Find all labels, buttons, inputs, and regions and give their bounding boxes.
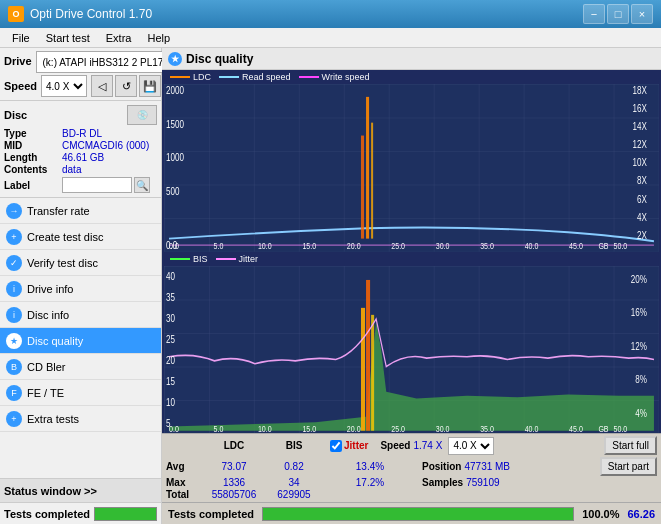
svg-text:30: 30 (166, 311, 175, 324)
maximize-button[interactable]: □ (607, 4, 629, 24)
speed-refresh-button[interactable]: ↺ (115, 75, 137, 97)
jitter-checkbox[interactable] (330, 440, 342, 452)
create-test-disc-icon: + (6, 229, 22, 245)
extra-tests-icon: + (6, 411, 22, 427)
sidebar-item-cd-bler[interactable]: B CD Bler (0, 354, 161, 380)
svg-text:8%: 8% (635, 372, 647, 385)
verify-test-disc-label: Verify test disc (27, 257, 98, 269)
svg-text:8X: 8X (637, 176, 647, 187)
svg-text:25.0: 25.0 (391, 241, 405, 251)
write-speed-legend: Write speed (299, 72, 370, 82)
svg-text:20.0: 20.0 (347, 241, 361, 251)
menu-file[interactable]: File (4, 31, 38, 45)
progress-bar-outer (94, 507, 157, 521)
ldc-legend-line (170, 76, 190, 78)
speed-select[interactable]: 4.0 X (41, 75, 87, 97)
svg-text:35: 35 (166, 290, 175, 303)
disc-quality-title: Disc quality (186, 52, 253, 66)
stats-area: LDC BIS Jitter Speed 1.74 X 4.0 X Start (162, 433, 661, 502)
ldc-total: 55805706 (206, 489, 262, 500)
nav-items: → Transfer rate + Create test disc ✓ Ver… (0, 198, 161, 478)
svg-rect-39 (361, 307, 365, 430)
disc-quality-header-icon: ★ (168, 52, 182, 66)
svg-text:2000: 2000 (166, 85, 184, 96)
svg-text:20%: 20% (631, 272, 647, 285)
disc-section: Disc 💿 Type BD-R DL MID CMCMAGDI6 (000) … (0, 101, 161, 198)
label-input[interactable] (62, 177, 132, 193)
disc-quality-header: ★ Disc quality (162, 48, 661, 70)
svg-text:50.0: 50.0 (614, 241, 628, 251)
sidebar-item-extra-tests[interactable]: + Extra tests (0, 406, 161, 432)
svg-text:15.0: 15.0 (302, 241, 316, 251)
total-label: Total (166, 489, 202, 500)
chart1-legend: LDC Read speed Write speed (162, 70, 661, 84)
fe-te-icon: F (6, 385, 22, 401)
bis-header: BIS (266, 440, 322, 451)
speed-select-stats[interactable]: 4.0 X (448, 437, 494, 455)
title-bar-text: Opti Drive Control 1.70 (30, 7, 583, 21)
jitter-legend: Jitter (216, 254, 259, 264)
svg-text:10.0: 10.0 (258, 241, 272, 251)
app-icon: O (8, 6, 24, 22)
svg-text:GB: GB (598, 241, 608, 251)
svg-text:1500: 1500 (166, 119, 184, 130)
bottom-status-bar: Tests completed 100.0% 66.26 (162, 502, 661, 524)
ldc-max: 1336 (206, 477, 262, 488)
svg-text:2X: 2X (637, 230, 647, 241)
sidebar-item-disc-info[interactable]: i Disc info (0, 302, 161, 328)
speed-header: Speed (380, 440, 410, 451)
sidebar-item-disc-quality[interactable]: ★ Disc quality (0, 328, 161, 354)
sidebar-item-transfer-rate[interactable]: → Transfer rate (0, 198, 161, 224)
menu-start-test[interactable]: Start test (38, 31, 98, 45)
max-label: Max (166, 477, 202, 488)
svg-text:500: 500 (166, 186, 179, 197)
chart1-svg: 18X 16X 14X 12X 10X 8X 6X 4X 2X 2000 150… (164, 84, 659, 252)
position-label: Position (422, 461, 461, 472)
chart2-svg: 20% 16% 12% 8% 4% 40 35 30 25 20 15 10 5… (164, 266, 659, 434)
read-speed-legend: Read speed (219, 72, 291, 82)
jitter-max: 17.2% (330, 477, 410, 488)
speed-value: 1.74 X (413, 440, 442, 451)
samples-label: Samples (422, 477, 463, 488)
main-layout: Drive (k:) ATAPI iHBS312 2 PL17 ⏏ Speed … (0, 48, 661, 524)
svg-text:4X: 4X (637, 212, 647, 223)
svg-text:5.0: 5.0 (214, 422, 224, 433)
drive-info-icon: i (6, 281, 22, 297)
bis-total: 629905 (266, 489, 322, 500)
progress-area: Tests completed (0, 502, 161, 524)
label-label: Label (4, 180, 62, 191)
label-browse-button[interactable]: 🔍 (134, 177, 150, 193)
disc-quality-icon: ★ (6, 333, 22, 349)
bottom-progress-outer (262, 507, 574, 521)
sidebar-item-create-test-disc[interactable]: + Create test disc (0, 224, 161, 250)
svg-text:0.0: 0.0 (169, 422, 179, 433)
ldc-avg: 73.07 (206, 461, 262, 472)
type-label: Type (4, 128, 62, 139)
sidebar-item-fe-te[interactable]: F FE / TE (0, 380, 161, 406)
progress-bar-inner (95, 508, 156, 520)
drive-label: Drive (4, 55, 32, 67)
svg-rect-41 (371, 314, 374, 430)
bottom-status-text: Tests completed (168, 508, 254, 520)
sidebar-item-verify-test-disc[interactable]: ✓ Verify test disc (0, 250, 161, 276)
svg-text:45.0: 45.0 (569, 422, 583, 433)
svg-text:40.0: 40.0 (525, 422, 539, 433)
sidebar-item-drive-info[interactable]: i Drive info (0, 276, 161, 302)
svg-text:14X: 14X (633, 121, 647, 132)
contents-label: Contents (4, 164, 62, 175)
disc-title: Disc (4, 109, 27, 121)
speed-save-button[interactable]: 💾 (139, 75, 161, 97)
minimize-button[interactable]: − (583, 4, 605, 24)
start-part-button[interactable]: Start part (600, 457, 657, 476)
status-window-button[interactable]: Status window >> (0, 478, 161, 502)
start-full-button[interactable]: Start full (604, 436, 657, 455)
svg-rect-5 (361, 136, 364, 239)
close-button[interactable]: × (631, 4, 653, 24)
chart1-container: 18X 16X 14X 12X 10X 8X 6X 4X 2X 2000 150… (164, 84, 659, 252)
menu-extra[interactable]: Extra (98, 31, 140, 45)
speed-prev-button[interactable]: ◁ (91, 75, 113, 97)
chart2-legend: BIS Jitter (162, 252, 661, 266)
menu-help[interactable]: Help (139, 31, 178, 45)
status-window-label: Status window >> (4, 485, 97, 497)
svg-text:16%: 16% (631, 305, 647, 318)
